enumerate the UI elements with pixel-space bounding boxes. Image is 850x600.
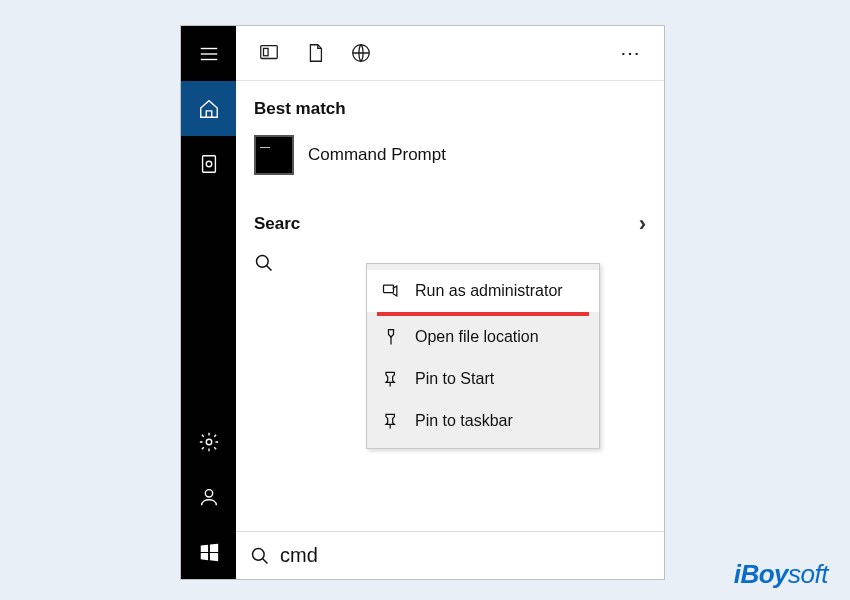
search-bar[interactable] (236, 531, 664, 579)
svg-rect-10 (384, 285, 394, 293)
more-label: ⋯ (620, 41, 643, 65)
ctx-label: Pin to Start (415, 370, 494, 388)
ctx-open-file-location[interactable]: Open file location (367, 316, 599, 358)
svg-line-14 (267, 266, 272, 271)
best-match-heading: Best match (236, 81, 664, 129)
ctx-pin-to-start[interactable]: Pin to Start (367, 358, 599, 400)
result-label: Command Prompt (308, 145, 446, 165)
svg-point-5 (206, 439, 212, 445)
svg-point-4 (206, 161, 212, 167)
search-section-header: Searc › (236, 181, 664, 243)
svg-line-16 (263, 558, 268, 563)
svg-rect-3 (202, 155, 215, 172)
svg-point-15 (253, 548, 265, 560)
chevron-right-icon[interactable]: › (639, 211, 646, 237)
hamburger-menu-button[interactable] (181, 26, 236, 81)
results-pane: ⋯ Best match Command Prompt Run as admin… (236, 26, 664, 579)
ctx-pin-to-taskbar[interactable]: Pin to taskbar (367, 400, 599, 442)
web-filter-icon[interactable] (338, 30, 384, 76)
account-button[interactable] (181, 469, 236, 524)
home-button[interactable] (181, 81, 236, 136)
start-button[interactable] (181, 524, 236, 579)
search-heading: Searc (254, 214, 300, 234)
search-icon (254, 253, 274, 273)
apps-filter-icon[interactable] (246, 30, 292, 76)
ctx-label: Open file location (415, 328, 539, 346)
brand-soft: soft (788, 559, 828, 589)
ctx-label: Run as administrator (415, 282, 563, 300)
svg-rect-8 (264, 48, 269, 55)
recent-button[interactable] (181, 136, 236, 191)
ctx-label: Pin to taskbar (415, 412, 513, 430)
pane-body: Best match Command Prompt Run as adminis… (236, 81, 664, 531)
search-window: ⋯ Best match Command Prompt Run as admin… (180, 25, 665, 580)
pane-header: ⋯ (236, 26, 664, 81)
nav-rail (181, 26, 236, 579)
folder-icon (381, 327, 401, 347)
settings-button[interactable] (181, 414, 236, 469)
watermark: iBoysoft (734, 559, 828, 590)
ctx-run-as-admin[interactable]: Run as administrator (367, 270, 599, 312)
svg-point-6 (205, 489, 212, 496)
brand-boy: Boy (740, 559, 788, 589)
shield-icon (381, 281, 401, 301)
cmd-thumb-icon (254, 135, 294, 175)
documents-filter-icon[interactable] (292, 30, 338, 76)
search-icon (250, 546, 270, 566)
search-input[interactable] (280, 544, 650, 567)
more-options-button[interactable]: ⋯ (608, 30, 654, 76)
result-row-command-prompt[interactable]: Command Prompt (236, 129, 664, 181)
svg-point-13 (257, 256, 269, 268)
context-menu: Run as administrator Open file location … (366, 263, 600, 449)
pin-icon (381, 369, 401, 389)
pin-icon (381, 411, 401, 431)
